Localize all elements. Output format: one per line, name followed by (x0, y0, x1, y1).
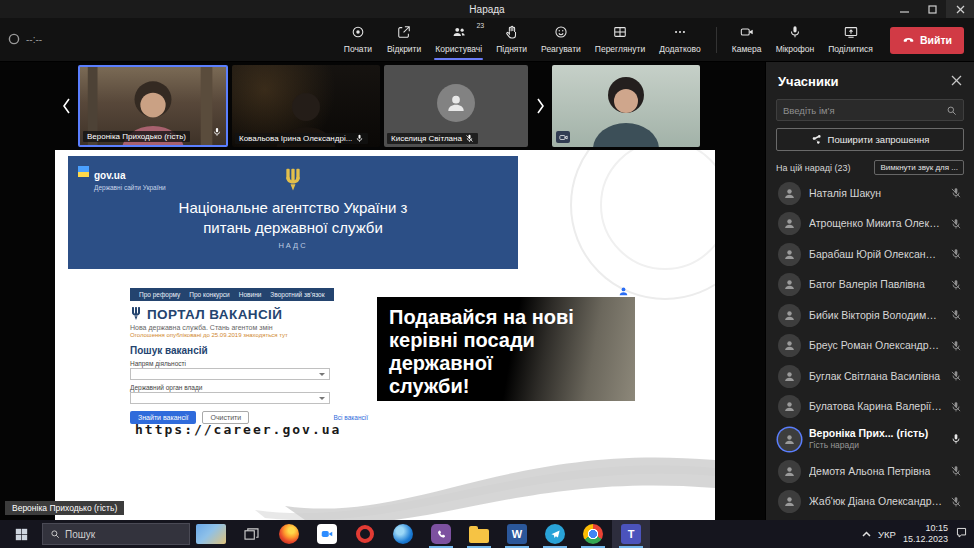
avatar (437, 84, 475, 122)
start-button[interactable] (0, 520, 42, 548)
participant-row[interactable]: Атрощенко Микита Олександр... (766, 209, 974, 240)
meeting-timer: --:-- (26, 34, 42, 45)
active-speaker-overlay: Вероніка Приходько (гість) (5, 501, 124, 515)
activity-select (130, 368, 330, 380)
open-icon (397, 25, 411, 41)
mic-muted-icon (950, 340, 962, 352)
participant-row[interactable]: Вероніка Прих... (гість) Гість наради (766, 422, 974, 456)
participant-row[interactable]: Буглак Світлана Василівна (766, 361, 974, 392)
more-icon (673, 25, 687, 41)
avatar (778, 334, 801, 357)
video-tile-4[interactable] (552, 65, 700, 147)
word-icon[interactable]: W (498, 520, 536, 548)
zoom-icon[interactable] (308, 520, 346, 548)
video-tile-kovalova[interactable]: Ковальова Ірина Олександрі... (232, 65, 380, 147)
nav-item: Про реформу (139, 291, 180, 298)
leave-meeting-button[interactable]: Вийти (890, 27, 964, 54)
open-button[interactable]: Відкрити (380, 20, 428, 60)
minimize-button[interactable] (890, 0, 918, 18)
start-recording-button[interactable]: Почати (336, 20, 380, 60)
scroll-left-chevron-icon[interactable] (58, 86, 74, 126)
share-invite-icon (811, 134, 822, 145)
close-button[interactable] (946, 0, 974, 18)
window-title: Нарада (469, 4, 504, 15)
shared-screen-content: gov.ua Державні сайти України Національн… (55, 150, 715, 520)
opera-icon[interactable] (346, 520, 384, 548)
firefox-icon[interactable] (270, 520, 308, 548)
file-explorer-icon[interactable] (460, 520, 498, 548)
in-meeting-count-label: На цій нараді (23) (776, 163, 850, 173)
mic-icon (788, 25, 802, 41)
viber-icon[interactable] (422, 520, 460, 548)
mic-muted-icon (950, 309, 962, 321)
share-invite-button[interactable]: Поширити запрошення (776, 128, 964, 151)
raise-hand-button[interactable]: Підняти (489, 20, 534, 60)
react-button[interactable]: Реагувати (534, 20, 588, 60)
panel-close-icon[interactable] (951, 72, 962, 90)
notification-center-icon[interactable] (955, 525, 968, 543)
mic-muted-icon (950, 496, 962, 508)
participants-button[interactable]: 23 Користувачі (428, 20, 489, 60)
avatar (778, 273, 801, 296)
weather-widget-icon[interactable] (196, 524, 226, 544)
more-button[interactable]: Додатково (652, 20, 707, 60)
avatar (778, 395, 801, 418)
nav-item: Новини (239, 291, 262, 298)
windows-taskbar: W T УКР 10:15 15.12.2023 (0, 520, 974, 548)
language-indicator[interactable]: УКР (878, 529, 896, 540)
participant-row[interactable]: Жаб'юк Діана Олександрівна (766, 487, 974, 518)
agency-abbr: НАДС (278, 241, 307, 250)
avatar (778, 490, 801, 513)
record-indicator-icon (8, 31, 20, 49)
teams-icon[interactable]: T (612, 520, 650, 548)
telegram-icon[interactable] (536, 520, 574, 548)
tray-expand-chevron-icon[interactable] (862, 525, 871, 543)
participant-row[interactable]: Демотя Альона Петрівна (766, 456, 974, 487)
edge-icon[interactable] (384, 520, 422, 548)
meeting-window: Нарада --:-- Почати Відкрити 23 Корис (0, 0, 974, 548)
participant-search-input[interactable] (783, 105, 942, 116)
participant-search[interactable] (776, 99, 964, 121)
participant-row[interactable]: Булатова Карина Валеріївна (766, 392, 974, 423)
camera-button[interactable]: Камера (725, 20, 769, 60)
scroll-right-chevron-icon[interactable] (532, 86, 548, 126)
avatar (778, 460, 801, 483)
mic-on-icon (212, 123, 222, 141)
taskbar-search[interactable] (42, 523, 190, 545)
participant-name: Демотя Альона Петрівна (809, 465, 942, 478)
participant-row[interactable]: Наталія Шакун (766, 178, 974, 209)
avatar (778, 243, 801, 266)
taskbar-clock[interactable]: 10:15 15.12.2023 (903, 523, 948, 546)
trident-emblem-icon (283, 168, 303, 193)
avatar (778, 304, 801, 327)
participant-name: Бибик Вікторія Володимирівна (809, 309, 942, 322)
decor-rings (570, 150, 715, 300)
mic-muted-icon (950, 248, 962, 260)
avatar (778, 182, 801, 205)
avatar (778, 428, 801, 451)
task-view-icon[interactable] (232, 520, 270, 548)
authority-select (130, 392, 330, 404)
participant-row[interactable]: Бреус Роман Олександрович (766, 331, 974, 362)
participant-row[interactable]: Барабаш Юрій Олександрович (766, 239, 974, 270)
share-button[interactable]: Поділитися (821, 20, 880, 60)
mic-on-icon (950, 433, 962, 445)
meeting-toolbar: --:-- Почати Відкрити 23 Користувачі Під… (0, 18, 974, 62)
maximize-button[interactable] (918, 0, 946, 18)
nav-item: Про конкурси (189, 291, 229, 298)
video-filmstrip: Вероніка Приходько (гість) Ковальова Іри… (0, 62, 765, 150)
participant-row[interactable]: Бибик Вікторія Володимирівна (766, 300, 974, 331)
participant-row[interactable]: Батог Валерія Павлівна (766, 270, 974, 301)
view-button[interactable]: Переглянути (588, 20, 652, 60)
chrome-icon[interactable] (574, 520, 612, 548)
toolbar-divider (716, 27, 717, 53)
share-screen-icon (844, 25, 858, 41)
video-tile-veronika[interactable]: Вероніка Приходько (гість) (78, 65, 228, 147)
microphone-button[interactable]: Мікрофон (769, 20, 822, 60)
video-tile-kyselytsia[interactable]: Киселиця Світлана (384, 65, 528, 147)
avatar (778, 212, 801, 235)
agency-title: Національне агентство України з питань д… (179, 198, 408, 237)
mute-all-button[interactable]: Вимкнути звук для ... (874, 160, 964, 175)
panel-title: Учасники (778, 74, 838, 89)
taskbar-search-input[interactable] (65, 529, 182, 540)
